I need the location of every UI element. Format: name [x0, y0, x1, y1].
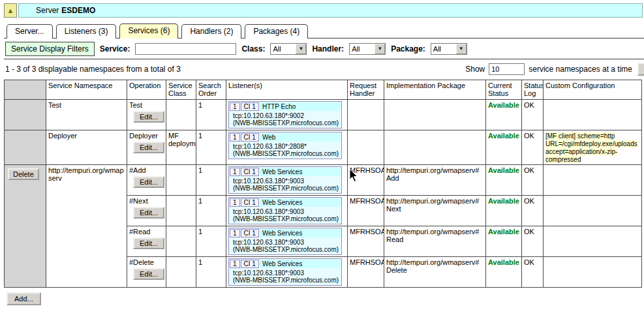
services-table: Service Namespace Operation Service Clas…	[4, 80, 642, 288]
class-filter-label: Class:	[241, 44, 265, 53]
request-handler-cell: MFRHSOAP	[348, 165, 384, 196]
chevron-down-icon: ▼	[375, 44, 385, 54]
class-filter-value: All	[271, 45, 296, 53]
listener-address: tcp:10.120.63.180*:9003	[229, 238, 341, 246]
listener-conversation: CI 1	[241, 102, 259, 111]
edit-button[interactable]: Edit...	[133, 176, 164, 188]
implementation-cell	[384, 100, 486, 130]
status-cell: Available	[486, 165, 522, 196]
listener-index: 1	[230, 102, 240, 111]
service-filter-input[interactable]	[135, 43, 236, 55]
pagination-row: 1 - 3 of 3 displayable namespaces from a…	[4, 59, 644, 79]
search-order-cell: 1	[196, 257, 226, 288]
tab-services[interactable]: Services (6)	[119, 23, 178, 38]
column-header-custom-config: Custom Configuration	[544, 80, 642, 100]
search-order-cell: 1	[196, 100, 226, 130]
status-badge: Available	[488, 258, 519, 266]
tab-listeners[interactable]: Listeners (3)	[56, 24, 117, 38]
delete-button[interactable]: Delete	[8, 168, 39, 180]
status-badge: Available	[488, 101, 519, 109]
listener-cell: 1 CI 1 Web Services tcp:10.120.63.180*:9…	[226, 257, 348, 288]
service-class-cell: MF deployment	[166, 130, 196, 165]
listener-index: 1	[230, 260, 240, 268]
column-header-listeners: Listener(s)	[226, 80, 348, 100]
listener-cell: 1 CI 1 Web Services tcp:10.120.63.180*:9…	[226, 226, 348, 257]
listener-index: 1	[230, 133, 240, 142]
namespace-cell: Deployer	[46, 130, 127, 165]
listener-box: 1 CI 1 HTTP Echo tcp:10.120.63.180*:9002…	[228, 101, 342, 129]
listener-address: tcp:10.120.63.180*:9003	[229, 207, 341, 215]
operation-name: Deployer	[129, 132, 164, 140]
edit-button[interactable]: Edit...	[133, 268, 164, 280]
server-header-bar: ▲ Server ESDEMO	[4, 3, 643, 18]
listener-address: tcp:10.120.63.180*:9002	[229, 112, 341, 119]
edit-button[interactable]: Edit...	[133, 142, 164, 153]
operation-cell: Test Edit...	[127, 100, 166, 130]
operation-name: #Read	[129, 228, 164, 235]
add-button[interactable]: Add...	[7, 292, 41, 305]
status-cell: Available	[486, 196, 522, 226]
request-handler-cell	[348, 130, 384, 165]
namespace-cell: Test	[46, 100, 127, 130]
collapse-button[interactable]: ▲	[4, 3, 17, 18]
package-filter-value: All	[431, 45, 456, 53]
operation-cell: #Delete Edit...	[127, 257, 166, 288]
listener-box: 1 CI 1 Web Services tcp:10.120.63.180*:9…	[228, 258, 342, 286]
listener-name: Web Services	[260, 168, 341, 176]
request-handler-cell: MFRHSOAP	[348, 226, 384, 257]
request-handler-cell: MFRHSOAP	[348, 196, 384, 226]
service-filter-label: Service:	[100, 44, 130, 53]
listener-box: 1 CI 1 Web tcp:10.120.63.180*:2808* (NWB…	[228, 132, 342, 159]
status-log-cell: OK	[522, 196, 544, 226]
column-header-search-order: Search Order	[196, 80, 226, 100]
listener-conversation: CI 1	[241, 198, 259, 207]
show-label: Show	[465, 65, 485, 74]
search-order-cell: 1	[196, 226, 226, 257]
implementation-cell: http://tempuri.org/wmapserv#Add	[384, 165, 486, 196]
refresh-button[interactable]	[637, 63, 644, 76]
edit-button[interactable]: Edit...	[133, 207, 164, 219]
edit-button[interactable]: Edit...	[133, 111, 164, 123]
filter-bar: Service Display Filters Service: Class: …	[4, 38, 644, 59]
edit-button[interactable]: Edit...	[133, 237, 164, 249]
column-header-operation: Operation	[127, 80, 166, 100]
search-order-cell: 1	[196, 130, 226, 165]
listener-cell: 1 CI 1 Web tcp:10.120.63.180*:2808* (NWB…	[226, 130, 348, 165]
listener-conversation: CI 1	[241, 229, 259, 237]
listener-conversation: CI 1	[241, 260, 259, 268]
admin-page: ▲ Server ESDEMO Server... Listeners (3) …	[0, 0, 644, 305]
column-header-request-handler: Request Handler	[348, 80, 384, 100]
custom-config-cell	[544, 257, 642, 288]
listener-name: HTTP Echo	[260, 102, 341, 111]
server-name: ESDEMO	[61, 6, 95, 15]
operation-cell: #Read Edit...	[127, 226, 166, 257]
listener-conversation: CI 1	[241, 133, 259, 142]
status-cell: Available	[486, 130, 522, 165]
column-header-current-status: Current Status	[486, 80, 522, 100]
handler-filter-select[interactable]: All ▼	[349, 43, 386, 55]
column-header-implementation: Implementation Package	[384, 80, 486, 100]
column-header-namespace: Service Namespace	[46, 80, 127, 100]
tab-server[interactable]: Server...	[7, 24, 53, 38]
server-label: Server	[36, 6, 59, 15]
listener-host: (NWB-MBISSETXP.microfocus.com)	[229, 277, 341, 285]
column-header-status-log: Status Log	[522, 80, 544, 100]
listener-index: 1	[230, 198, 240, 207]
service-class-cell	[166, 257, 196, 288]
status-badge: Available	[488, 228, 519, 235]
show-count-input[interactable]	[489, 63, 525, 75]
class-filter-select[interactable]: All ▼	[270, 43, 307, 55]
listener-conversation: CI 1	[241, 168, 259, 176]
package-filter-select[interactable]: All ▼	[431, 43, 467, 55]
request-handler-cell: MFRHSOAP	[348, 257, 384, 288]
tab-packages[interactable]: Packages (4)	[245, 24, 308, 38]
actions-cell	[5, 130, 46, 165]
listener-cell: 1 CI 1 Web Services tcp:10.120.63.180*:9…	[226, 196, 348, 226]
custom-config-text: [MF client] scheme=http URL=/cgi/mfdeplo…	[545, 132, 637, 163]
listener-name: Web Services	[260, 260, 341, 268]
listener-host: (NWB-MBISSETXP.microfocus.com)	[229, 246, 341, 254]
listener-address: tcp:10.120.63.180*:9003	[229, 177, 341, 185]
status-log-cell: OK	[522, 257, 544, 288]
tab-handlers[interactable]: Handlers (2)	[181, 24, 241, 38]
chevron-down-icon: ▼	[296, 44, 306, 54]
